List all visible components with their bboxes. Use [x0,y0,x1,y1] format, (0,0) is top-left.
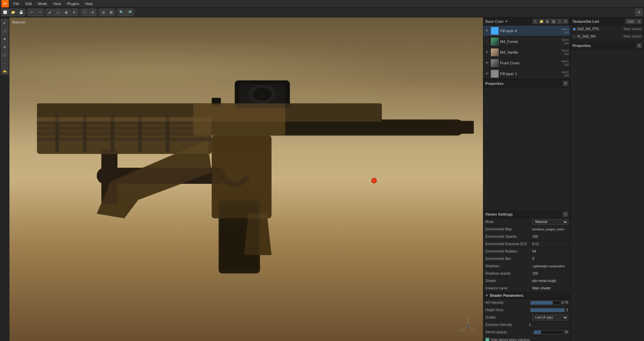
shadows-opacity-label: Shadows opacity [485,272,532,275]
viewer-settings-panel: Viewer Settings ✕ Mode Material Environm… [483,210,570,341]
stencil-opacity-value: 25 [565,330,568,334]
add-fill-btn[interactable]: ■ [545,19,550,24]
ts-radio-2 [573,35,576,38]
layer-eye-3[interactable]: 👁 [485,50,489,55]
toolbar-sep-5 [116,9,116,15]
layer-item-2[interactable]: 👁 M4_Forest Norm 100 [483,36,570,47]
channel-dropdown-arrow[interactable]: ▼ [505,20,508,23]
undo-btn[interactable]: ↩ [28,9,35,16]
layer-item-3[interactable]: 👁 M4_Vanilla Norm 100 [483,47,570,58]
layer-info-1: Norm 100 [561,27,569,34]
layer-info-3: Norm 100 [561,49,569,56]
env-map-row: Environment Map bonifacio_aragon_stairs [483,226,570,233]
transform-btn[interactable]: ↔ [1,59,8,66]
annotate-btn[interactable]: ✍ [1,67,8,74]
svg-point-13 [253,88,272,101]
viewer-settings-close-btn[interactable]: ✕ [563,212,568,217]
select-btn[interactable]: ⬡ [1,51,8,58]
menu-view[interactable]: View [50,1,64,6]
redo-btn[interactable]: ↪ [36,9,43,16]
layer-name-5: Fill layer 1 [500,72,560,76]
fill-tool[interactable]: ▣ [62,9,70,16]
nav-gizmo[interactable]: Y X Z [460,318,476,334]
fill-btn[interactable]: ■ [1,35,8,42]
layers-close-btn[interactable]: ✕ [563,19,568,24]
instance-name-row: Instance name Main shader [483,285,570,292]
stencil-opacity-fill [534,331,541,334]
layer-item-4[interactable]: 👁 Front Cover Norm 100 [483,58,570,68]
layer-info-2: Norm 100 [561,38,569,45]
menu-mode[interactable]: Mode [35,1,50,6]
ao-intensity-bar[interactable] [530,301,560,305]
delete-layer-btn[interactable]: 🗑 [551,19,556,24]
menu-help[interactable]: Help [83,1,96,6]
layers-channel-selector[interactable]: Base Color ▼ [485,19,508,23]
quality-dropdown[interactable]: Low (4 spp) [532,315,568,321]
properties-close-btn[interactable]: ✕ [563,81,568,86]
add-folder-btn[interactable]: 📁 [539,19,544,24]
clone-tool[interactable]: ⊕ [70,9,78,16]
layer-name-3: M4_Vanilla [500,50,560,54]
shader-params-header: ▼ Shader Parameters [483,292,570,299]
paint-bucket-tool[interactable]: ▦ [107,9,115,16]
height-force-value: 1 [566,308,568,312]
ts-name-1: DaD_M4_FPS [577,27,622,31]
properties-content [483,88,570,108]
transform-tool[interactable]: ⊞ [89,9,96,16]
new-btn[interactable]: ⬜ [1,9,9,16]
base-color-label: Base Color [485,19,503,23]
layer-blend-2: Norm [561,38,569,42]
select-tool[interactable]: ⬡ [81,9,88,16]
ao-intensity-fill [531,301,553,304]
menu-plugins[interactable]: Plugins [64,1,82,6]
height-force-fill [531,308,565,312]
layer-icon-5 [491,70,499,78]
toolbar-sep-6 [135,9,135,15]
pick-btn[interactable]: ◈ [1,43,8,50]
layer-eye-2[interactable]: 👁 [485,39,489,44]
solo-btn[interactable]: Solo [625,19,636,24]
brush-tool[interactable]: 🖌 [46,9,54,16]
svg-marker-31 [244,214,271,255]
hide-stencil-checkbox[interactable] [485,338,489,341]
ts-properties-close-btn[interactable]: ✕ [637,43,642,48]
ts-properties-header: Properties ✕ [571,42,644,50]
layer-opacity-3: 100 [564,52,569,56]
settings-btn[interactable]: ⚙ [635,9,643,16]
ts-item-1[interactable]: DaD_M4_FPS Main shader [571,25,644,33]
layer-eye-4[interactable]: 👁 [485,61,489,65]
viewer-settings-title: Viewer Settings [485,212,513,216]
menu-edit[interactable]: Edit [23,1,35,6]
ts-close-btn[interactable]: ✕ [637,19,642,24]
layers-options-btn[interactable]: ⋮ [557,19,562,24]
menu-file[interactable]: File [11,1,22,6]
layer-eye-5[interactable]: 👁 [485,71,489,76]
layer-item-5[interactable]: 👁 Fill layer 1 Norm 100 [483,68,570,79]
height-force-label: Height force [485,308,529,312]
layer-item-1[interactable]: 👁 Fill layer 4 Norm 100 [483,25,570,36]
zoom-out-btn[interactable]: 🔎 [126,9,133,16]
env-blur-value: 9 [532,257,568,261]
mode-dropdown[interactable]: Material [532,219,568,225]
save-btn[interactable]: 💾 [17,9,25,16]
erase-btn[interactable]: ◻ [1,27,8,34]
zoom-in-btn[interactable]: 🔍 [118,9,125,16]
shader-value: pbr-metal-rough [532,279,568,283]
height-force-bar[interactable] [530,308,565,312]
mesh-fill-tool[interactable]: ▤ [99,9,107,16]
ao-intensity-label: AO Intensity [485,301,529,304]
stencil-opacity-bar[interactable] [534,330,563,334]
paint-btn[interactable]: 🖌 [1,19,8,26]
viewport[interactable]: Material Y X Z [9,17,483,341]
ts-item-2[interactable]: IS_DaD_M4 Main shader [571,33,644,40]
toolbar: ⬜ 📁 💾 ↩ ↪ 🖌 ◻ ▣ ⊕ ⬡ ⊞ ▤ ▦ 🔍 🔎 ⚙ [0,7,644,17]
layer-eye-1[interactable]: 👁 [485,29,489,33]
shader-label: Shader [485,279,532,283]
layer-icon-1 [491,27,499,35]
eraser-tool[interactable]: ◻ [54,9,62,16]
add-layer-btn[interactable]: + [533,19,538,24]
properties-title: Properties [485,81,503,86]
env-opacity-value: 100 [532,235,568,238]
svg-rect-26 [446,121,474,133]
open-btn[interactable]: 📁 [9,9,17,16]
